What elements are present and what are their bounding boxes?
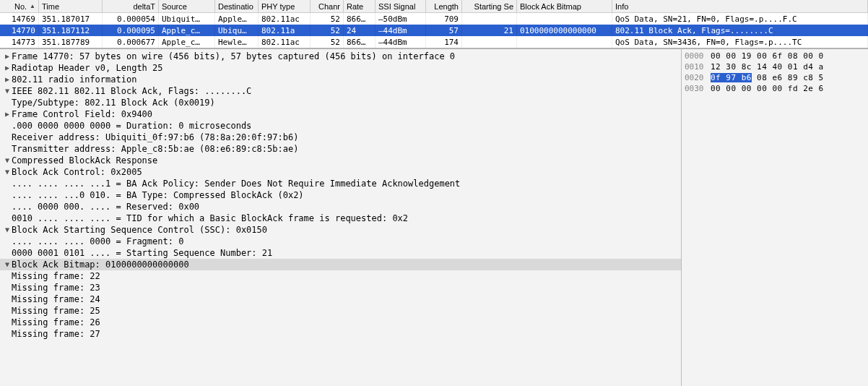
tree-row[interactable]: ▼Block Ack Starting Sequence Control (SS… [0, 224, 681, 236]
hex-bytes: 0f 97 b6 08 e6 89 c8 5 [711, 72, 824, 83]
tree-label: Compressed BlockAck Response [12, 155, 157, 166]
tree-label: 802.11 radio information [12, 74, 136, 85]
packet-list[interactable]: No.▲ Time deltaT Source Destinatio PHY t… [0, 0, 868, 48]
cell-len: 57 [426, 25, 462, 36]
collapse-icon[interactable]: ▼ [3, 155, 12, 166]
tree-row[interactable]: 0010 .... .... .... = TID for which a Ba… [0, 213, 681, 224]
hex-row[interactable]: 00200f 97 b6 08 e6 89 c8 5 [685, 72, 865, 83]
cell-bab: 0100000000000000 [517, 25, 612, 36]
collapse-icon[interactable]: ▼ [3, 85, 12, 97]
cell-deltat: 0.000677 [103, 36, 159, 48]
tree-row[interactable]: .... .... .... ...1 = BA Ack Policy: Sen… [0, 178, 681, 189]
cell-src: Apple_c… [159, 36, 215, 48]
tree-row[interactable]: Missing frame: 27 [0, 328, 681, 340]
tree-label: Radiotap Header v0, Length 25 [12, 62, 163, 74]
cell-time: 351.187017 [39, 13, 103, 25]
tree-row[interactable]: Transmitter address: Apple_c8:5b:ae (08:… [0, 143, 681, 155]
cell-time: 351.187112 [39, 25, 103, 36]
cell-src: Ubiquit… [159, 13, 215, 25]
tree-label: .... .... .... 0000 = Fragment: 0 [12, 236, 183, 247]
tree-row[interactable]: 0000 0001 0101 .... = Starting Sequence … [0, 247, 681, 259]
tree-row[interactable]: ▶Frame Control Field: 0x9400 [0, 108, 681, 120]
col-header-time[interactable]: Time [39, 0, 103, 12]
tree-row[interactable]: ▼IEEE 802.11 802.11 Block Ack, Flags: ..… [0, 85, 681, 97]
col-header-destination[interactable]: Destinatio [215, 0, 259, 12]
collapse-icon[interactable]: ▼ [3, 166, 12, 178]
hex-row[interactable]: 003000 00 00 00 00 fd 2e 6 [685, 83, 865, 94]
col-header-rate[interactable]: Rate [344, 0, 376, 12]
hex-selected-bytes: 0f 97 b6 [711, 73, 752, 82]
tree-label: Block Ack Starting Sequence Control (SSC… [12, 224, 267, 236]
cell-chan: 52 [311, 36, 344, 48]
tree-row[interactable]: Missing frame: 23 [0, 282, 681, 293]
expand-icon[interactable]: ▶ [3, 51, 12, 62]
packet-row[interactable]: 14770351.1871120.000095Apple_c…Ubiqu…802… [0, 25, 868, 36]
cell-bab [517, 36, 612, 48]
hex-bytes: 00 00 00 00 00 fd 2e 6 [711, 83, 824, 94]
tree-row[interactable]: .... 0000 000. .... = Reserved: 0x00 [0, 201, 681, 213]
cell-sseq [462, 13, 517, 25]
cell-dst: Hewle… [215, 36, 259, 48]
hex-bytes: 12 30 8c 14 40 01 d4 a [711, 61, 824, 72]
expand-icon[interactable]: ▶ [3, 108, 12, 120]
col-header-length[interactable]: Length [426, 0, 462, 12]
tree-row[interactable]: .000 0000 0000 0000 = Duration: 0 micros… [0, 120, 681, 132]
tree-label: 0010 .... .... .... = TID for which a Ba… [12, 213, 408, 224]
hex-dump[interactable]: 000000 00 19 00 6f 08 00 0001012 30 8c 1… [682, 49, 868, 386]
col-header-ssi[interactable]: SSI Signal [376, 0, 426, 12]
cell-rate: 24 [344, 25, 376, 36]
tree-row[interactable]: ▼Compressed BlockAck Response [0, 155, 681, 166]
cell-dst: Apple… [215, 13, 259, 25]
tree-label: IEEE 802.11 802.11 Block Ack, Flags: ...… [12, 85, 251, 97]
expand-icon[interactable]: ▶ [3, 62, 12, 74]
tree-row[interactable]: ▶802.11 radio information [0, 74, 681, 85]
expand-icon[interactable]: ▶ [3, 74, 12, 85]
cell-ssi: –44dBm [376, 36, 426, 48]
packet-row[interactable]: 14769351.1870170.000054Ubiquit…Apple…802… [0, 13, 868, 25]
tree-row[interactable]: ▼Block Ack Control: 0x2005 [0, 166, 681, 178]
cell-phy: 802.11ac [259, 36, 311, 48]
tree-label: Transmitter address: Apple_c8:5b:ae (08:… [12, 143, 298, 155]
col-header-channel[interactable]: Chanr [311, 0, 344, 12]
cell-time: 351.187789 [39, 36, 103, 48]
col-header-startseq[interactable]: Starting Se [462, 0, 517, 12]
tree-row[interactable]: Missing frame: 25 [0, 305, 681, 317]
tree-row[interactable]: ▼Block Ack Bitmap: 0100000000000000 [0, 259, 681, 270]
packet-row[interactable]: 14773351.1877890.000677Apple_c…Hewle…802… [0, 36, 868, 48]
col-header-no[interactable]: No.▲ [0, 0, 39, 12]
tree-row[interactable]: Missing frame: 26 [0, 317, 681, 328]
tree-label: Block Ack Control: 0x2005 [12, 166, 142, 178]
collapse-icon[interactable]: ▼ [3, 259, 12, 270]
tree-row[interactable]: ▶Frame 14770: 57 bytes on wire (456 bits… [0, 51, 681, 62]
packet-list-header[interactable]: No.▲ Time deltaT Source Destinatio PHY t… [0, 0, 868, 13]
tree-label: Receiver address: Ubiquiti_0f:97:b6 (78:… [12, 132, 298, 143]
cell-phy: 802.11a [259, 25, 311, 36]
col-header-phytype[interactable]: PHY type [259, 0, 311, 12]
col-header-source[interactable]: Source [159, 0, 215, 12]
hex-row[interactable]: 001012 30 8c 14 40 01 d4 a [685, 61, 865, 72]
hex-row[interactable]: 000000 00 19 00 6f 08 00 0 [685, 51, 865, 61]
tree-row[interactable]: Missing frame: 24 [0, 293, 681, 305]
bottom-panes: ▶Frame 14770: 57 bytes on wire (456 bits… [0, 48, 868, 386]
tree-row[interactable]: Receiver address: Ubiquiti_0f:97:b6 (78:… [0, 132, 681, 143]
tree-row[interactable]: Type/Subtype: 802.11 Block Ack (0x0019) [0, 97, 681, 108]
col-header-deltat[interactable]: deltaT [103, 0, 159, 12]
col-header-blockack-bitmap[interactable]: Block Ack Bitmap [517, 0, 612, 12]
tree-label: Missing frame: 24 [12, 293, 100, 305]
tree-row[interactable]: Missing frame: 22 [0, 270, 681, 282]
protocol-tree[interactable]: ▶Frame 14770: 57 bytes on wire (456 bits… [0, 49, 682, 386]
tree-row[interactable]: ▶Radiotap Header v0, Length 25 [0, 62, 681, 74]
tree-row[interactable]: .... .... ...0 010. = BA Type: Compresse… [0, 189, 681, 201]
cell-src: Apple_c… [159, 25, 215, 36]
hex-offset: 0010 [685, 61, 711, 72]
collapse-icon[interactable]: ▼ [3, 224, 12, 236]
hex-offset: 0000 [685, 51, 711, 61]
cell-info: QoS Data, SN=3436, FN=0, Flags=.p....TC [612, 36, 868, 48]
tree-label: Type/Subtype: 802.11 Block Ack (0x0019) [12, 97, 215, 108]
cell-chan: 52 [311, 13, 344, 25]
col-header-info[interactable]: Info [612, 0, 868, 12]
tree-label: Missing frame: 26 [12, 317, 100, 328]
packet-list-body[interactable]: 14769351.1870170.000054Ubiquit…Apple…802… [0, 13, 868, 48]
tree-row[interactable]: .... .... .... 0000 = Fragment: 0 [0, 236, 681, 247]
cell-sseq: 21 [462, 25, 517, 36]
